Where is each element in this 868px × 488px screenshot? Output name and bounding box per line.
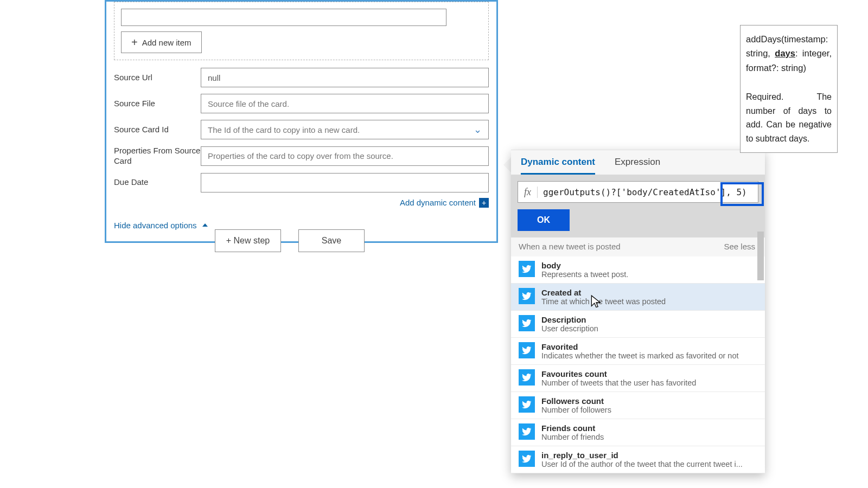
twitter-icon [519, 288, 535, 304]
save-button[interactable]: Save [298, 229, 365, 252]
item-title: Favourites count [541, 369, 757, 378]
add-new-item-label: Add new item [142, 38, 192, 47]
expression-text: ggerOutputs()?['body/CreatedAtIso'], 5) [538, 187, 758, 197]
props-from-source-label: Properties From Source Card [114, 146, 201, 166]
dynamic-content-item[interactable]: Favourites countNumber of tweets that th… [511, 365, 765, 392]
twitter-icon [519, 369, 535, 386]
ok-button[interactable]: OK [518, 209, 570, 231]
props-from-source-input[interactable]: Properties of the card to copy over from… [201, 146, 489, 166]
tab-dynamic-content[interactable]: Dynamic content [521, 157, 595, 175]
item-title: in_reply_to_user_id [541, 451, 757, 460]
chevron-down-icon: ⌄ [474, 124, 482, 136]
item-title: Followers count [541, 396, 757, 406]
item-description: Number of followers [541, 406, 757, 414]
due-date-label: Due Date [114, 177, 201, 188]
source-url-input[interactable]: null [201, 68, 489, 87]
twitter-icon [519, 423, 535, 440]
item-description: Indicates whether the tweet is marked as… [541, 351, 757, 360]
new-step-button[interactable]: + New step [215, 229, 281, 252]
fx-icon: fx [518, 187, 538, 198]
dynamic-content-panel: Dynamic content Expression fx ggerOutput… [511, 150, 765, 473]
flow-footer-buttons: + New step Save [215, 229, 365, 252]
due-date-input[interactable] [201, 173, 489, 192]
tab-expression[interactable]: Expression [615, 157, 660, 175]
item-title: Favorited [541, 342, 757, 351]
dynamic-content-item[interactable]: Created atTime at which the tweet was po… [511, 284, 765, 311]
chevron-up-icon [202, 223, 208, 227]
hide-advanced-options-link[interactable]: Hide advanced options [114, 221, 208, 230]
dynamic-content-badge-icon[interactable]: + [479, 198, 489, 208]
section-title: When a new tweet is posted [519, 242, 621, 251]
dynamic-content-item[interactable]: Friends countNumber of friends [511, 419, 765, 446]
item-description: User description [541, 324, 757, 333]
twitter-icon [519, 396, 535, 413]
dynamic-content-item[interactable]: in_reply_to_user_idUser Id of the author… [511, 446, 765, 473]
parameter-tooltip: addDays(timestamp: string, days: integer… [740, 25, 838, 153]
source-file-input[interactable]: Source file of the card. [201, 94, 489, 113]
twitter-icon [519, 261, 535, 277]
source-url-label: Source Url [114, 73, 201, 83]
scrollbar-thumb[interactable] [757, 232, 764, 280]
item-title: Description [541, 315, 757, 324]
twitter-icon [519, 451, 535, 467]
item-title: body [541, 261, 757, 270]
panel-pointer-icon [503, 157, 511, 172]
add-dynamic-content-link[interactable]: Add dynamic content [400, 198, 476, 207]
twitter-icon [519, 315, 535, 331]
item-description: User Id of the author of the tweet that … [541, 460, 757, 468]
item-title: Created at [541, 288, 757, 297]
source-card-id-label: Source Card Id [114, 125, 201, 135]
plus-icon: + [131, 37, 138, 48]
see-less-link[interactable]: See less [724, 242, 755, 251]
item-input[interactable] [121, 9, 446, 26]
dynamic-content-list: bodyRepresents a tweet post.Created atTi… [511, 256, 765, 473]
item-description: Time at which the tweet was posted [541, 297, 757, 306]
dynamic-content-item[interactable]: DescriptionUser description [511, 311, 765, 338]
source-card-id-select[interactable]: The Id of the card to copy into a new ca… [201, 120, 489, 139]
dynamic-content-item[interactable]: bodyRepresents a tweet post. [511, 256, 765, 284]
dynamic-content-item[interactable]: FavoritedIndicates whether the tweet is … [511, 338, 765, 365]
tooltip-description: Required. The number of days to add. Can… [746, 90, 832, 145]
expression-input[interactable]: fx ggerOutputs()?['body/CreatedAtIso'], … [518, 181, 758, 203]
item-title: Friends count [541, 423, 757, 433]
item-description: Represents a tweet post. [541, 270, 757, 279]
action-card: + Add new item Source Url null Source Fi… [105, 0, 498, 243]
item-description: Number of tweets that the user has favor… [541, 378, 757, 387]
item-description: Number of friends [541, 433, 757, 441]
add-new-item-button[interactable]: + Add new item [121, 31, 202, 53]
source-file-label: Source File [114, 99, 201, 109]
items-repeater: + Add new item [114, 2, 489, 60]
twitter-icon [519, 342, 535, 358]
dynamic-content-item[interactable]: Followers countNumber of followers [511, 392, 765, 419]
